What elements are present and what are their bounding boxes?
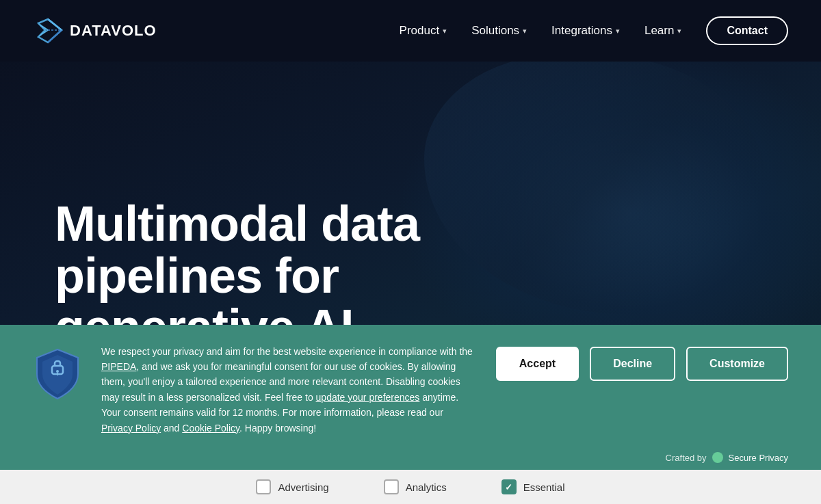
privacy-policy-link[interactable]: Privacy Policy (101, 423, 161, 434)
nav-product-label: Product (400, 24, 440, 38)
logo-link[interactable]: DATAVOLO (33, 16, 157, 46)
secure-privacy-label: Secure Privacy (729, 453, 788, 463)
cookie-text: We respect your privacy and aim for the … (101, 344, 474, 436)
contact-button[interactable]: Contact (706, 16, 788, 45)
shield-icon-wrap (33, 347, 82, 404)
shield-icon (33, 347, 82, 401)
nav-product-chevron: ▾ (443, 27, 447, 36)
checkbox-analytics-label: Analytics (406, 481, 447, 493)
nav-solutions-chevron: ▾ (523, 27, 527, 36)
checkbox-advertising-box[interactable] (256, 479, 271, 494)
nav-solutions[interactable]: Solutions ▾ (471, 24, 527, 38)
nav-integrations-chevron: ▾ (616, 27, 620, 36)
preferences-link[interactable]: update your preferences (316, 392, 420, 403)
nav-integrations-label: Integrations (551, 24, 612, 38)
checkbox-advertising-label: Advertising (278, 481, 328, 493)
pipeda-link[interactable]: PIPEDA (101, 361, 136, 372)
checkbox-essential[interactable]: Essential (501, 479, 565, 494)
cookie-policy-link[interactable]: Cookie Policy (182, 423, 239, 434)
nav-product[interactable]: Product ▾ (400, 24, 447, 38)
nav-integrations[interactable]: Integrations ▾ (551, 24, 620, 38)
nav-links: Product ▾ Solutions ▾ Integrations ▾ Lea… (400, 16, 788, 45)
nav-learn[interactable]: Learn ▾ (644, 24, 681, 38)
nav-learn-label: Learn (644, 24, 674, 38)
cookie-checkboxes: Advertising Analytics Essential (0, 470, 821, 504)
crafted-label: Crafted by (666, 453, 707, 463)
hero-title-line1: Multimodal data (55, 196, 419, 251)
hero-title-line2: pipelines for (55, 248, 339, 303)
navbar: DATAVOLO Product ▾ Solutions ▾ Integrati… (0, 0, 821, 62)
secure-privacy-dot (712, 452, 723, 463)
cookie-main-row: We respect your privacy and aim for the … (33, 344, 788, 452)
checkbox-essential-box[interactable] (501, 479, 517, 494)
checkbox-analytics-box[interactable] (384, 479, 399, 494)
logo-icon (33, 16, 63, 46)
svg-point-1 (56, 370, 59, 373)
accept-button[interactable]: Accept (496, 347, 579, 381)
crafted-row: Crafted by Secure Privacy (33, 452, 788, 470)
checkbox-advertising[interactable]: Advertising (256, 479, 328, 494)
cookie-buttons: Accept Decline Customize (496, 347, 788, 381)
nav-solutions-label: Solutions (471, 24, 519, 38)
logo-text: DATAVOLO (70, 22, 157, 40)
checkbox-essential-label: Essential (523, 481, 565, 493)
decline-button[interactable]: Decline (590, 347, 675, 381)
nav-learn-chevron: ▾ (677, 27, 681, 36)
cookie-left: We respect your privacy and aim for the … (33, 344, 474, 436)
cookie-banner: We respect your privacy and aim for the … (0, 325, 821, 504)
customize-button[interactable]: Customize (686, 347, 788, 381)
checkbox-analytics[interactable]: Analytics (384, 479, 447, 494)
